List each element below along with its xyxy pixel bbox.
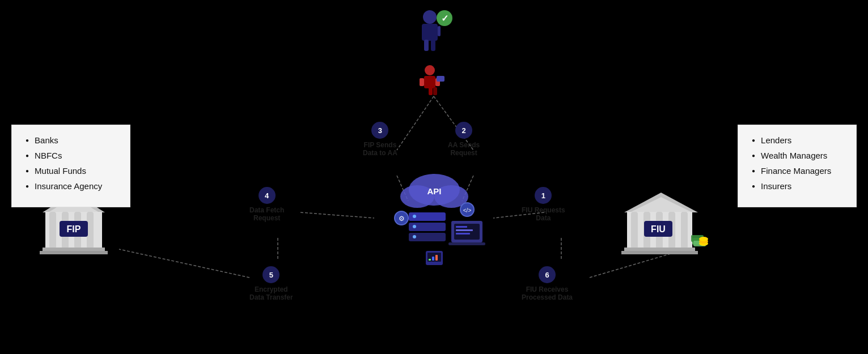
svg-line-4	[300, 212, 374, 218]
right-item-4: Insurers	[752, 181, 842, 191]
step-2: 2 AA SendsRequest	[448, 122, 480, 157]
svg-point-10	[423, 10, 437, 24]
svg-rect-18	[424, 76, 435, 88]
svg-point-33	[413, 235, 416, 238]
svg-rect-63	[631, 212, 638, 249]
svg-text:FIU: FIU	[651, 224, 666, 234]
svg-rect-52	[49, 212, 56, 249]
step-4-number: 4	[259, 187, 276, 204]
svg-rect-21	[437, 76, 444, 82]
fiu-building: FIU	[619, 187, 709, 257]
svg-rect-48	[435, 255, 438, 261]
step-6: 6 FIU ReceivesProcessed Data	[522, 266, 573, 301]
step-4: 4 Data FetchRequest	[249, 187, 284, 222]
svg-rect-57	[40, 251, 108, 254]
svg-text:</>: </>	[463, 207, 471, 214]
svg-point-32	[413, 225, 416, 228]
api-illustration: API ⚙ </>	[378, 167, 491, 269]
top-person-figure: ✓	[412, 6, 457, 56]
right-item-1: Lenders	[752, 135, 842, 145]
left-item-2: NBFCs	[26, 151, 116, 160]
step-5-number: 5	[262, 266, 280, 283]
left-info-box: Banks NBFCs Mutual Funds Insurance Agenc…	[11, 125, 130, 207]
svg-line-0	[397, 96, 434, 150]
left-item-1: Banks	[26, 135, 116, 145]
svg-rect-37	[456, 229, 473, 231]
step-2-title: AA SendsRequest	[448, 141, 480, 157]
step-3-title: FIP SendsData to AA	[363, 141, 397, 157]
svg-text:✓: ✓	[441, 14, 448, 23]
right-item-2: Wealth Managers	[752, 151, 842, 160]
svg-rect-36	[456, 226, 467, 228]
svg-point-17	[425, 65, 435, 75]
step-6-title: FIU ReceivesProcessed Data	[522, 285, 573, 301]
second-person-figure	[417, 62, 451, 99]
step-2-number: 2	[455, 122, 472, 139]
step-6-number: 6	[539, 266, 556, 283]
svg-text:API: API	[427, 186, 441, 196]
step-1-title: FIU RequestsData	[522, 206, 565, 222]
svg-rect-22	[429, 87, 433, 95]
svg-point-77	[699, 237, 708, 241]
svg-line-8	[119, 249, 249, 278]
fiu-building-svg: FIU	[619, 187, 709, 255]
second-person-icon	[417, 62, 451, 96]
right-info-box: Lenders Wealth Managers Finance Managers…	[738, 125, 857, 207]
left-items-list: Banks NBFCs Mutual Funds Insurance Agenc…	[26, 135, 116, 191]
left-item-4: Insurance Agency	[26, 181, 116, 191]
step-4-title: Data FetchRequest	[249, 206, 284, 222]
svg-rect-23	[433, 87, 437, 95]
svg-rect-67	[681, 212, 688, 249]
step-3-number: 3	[371, 122, 388, 139]
main-container: ✓ 3 FIP SendsData to AA 2 AA SendsReques…	[0, 0, 868, 354]
step-1: 1 FIU RequestsData	[522, 187, 565, 222]
svg-text:FIP: FIP	[67, 224, 81, 234]
svg-rect-11	[422, 24, 438, 41]
step-5: 5 EncryptedData Transfer	[249, 266, 293, 301]
svg-rect-16	[431, 40, 435, 51]
step-3: 3 FIP SendsData to AA	[363, 122, 397, 157]
step-1-number: 1	[535, 187, 552, 204]
left-item-3: Mutual Funds	[26, 166, 116, 176]
svg-rect-38	[456, 233, 470, 234]
svg-rect-69	[621, 251, 698, 254]
person-with-check-icon: ✓	[412, 6, 457, 54]
svg-rect-19	[420, 78, 424, 86]
api-center: API ⚙ </>	[378, 167, 491, 269]
svg-rect-47	[432, 257, 434, 261]
svg-rect-39	[448, 242, 485, 245]
right-item-3: Finance Managers	[752, 166, 842, 176]
svg-rect-15	[424, 40, 429, 51]
svg-point-31	[413, 215, 416, 218]
svg-rect-12	[438, 26, 441, 36]
step-5-title: EncryptedData Transfer	[249, 285, 293, 301]
right-items-list: Lenders Wealth Managers Finance Managers…	[752, 135, 842, 191]
svg-text:⚙: ⚙	[398, 215, 404, 223]
svg-rect-46	[429, 259, 431, 261]
